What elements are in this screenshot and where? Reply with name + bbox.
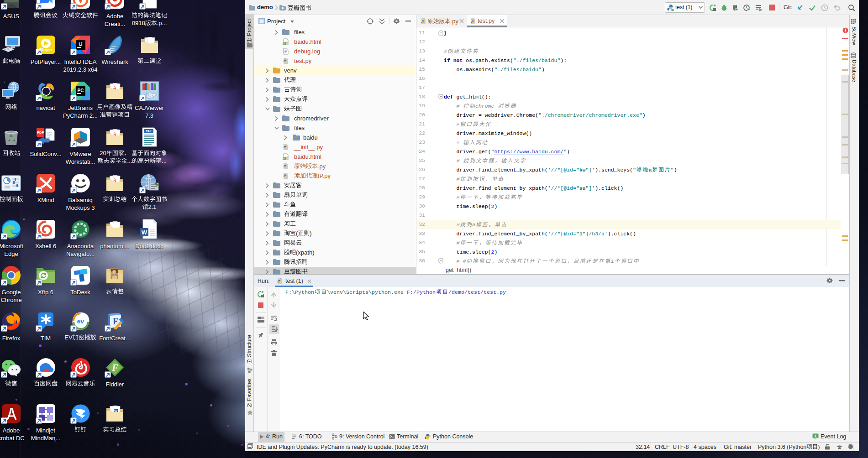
svg-text:1: 1 (815, 434, 817, 438)
svg-text:IJ: IJ (79, 42, 82, 47)
svg-text:W: W (141, 229, 147, 236)
svg-text:F: F (111, 363, 118, 373)
svg-text:ev: ev (77, 317, 84, 325)
svg-text:H: H (284, 157, 285, 160)
svg-text:H: H (284, 42, 285, 45)
svg-text:PC: PC (77, 88, 84, 93)
svg-text:PDF: PDF (37, 130, 44, 135)
svg-text:?: ? (853, 446, 855, 450)
svg-text:CAJ: CAJ (146, 130, 152, 133)
